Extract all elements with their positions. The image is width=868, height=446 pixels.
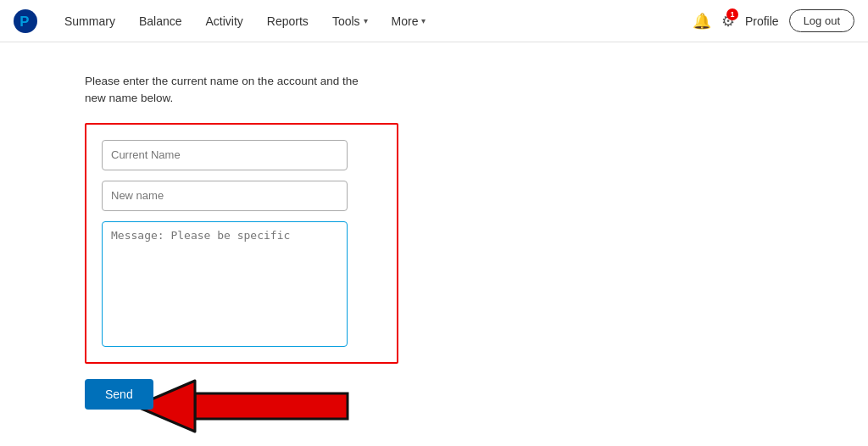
settings-gear-wrapper[interactable]: ⚙ 1	[721, 12, 735, 31]
nav-item-activity[interactable]: Activity	[194, 0, 255, 42]
send-button[interactable]: Send	[85, 379, 153, 410]
form-highlight-box	[85, 123, 398, 364]
settings-badge: 1	[726, 8, 738, 20]
profile-link[interactable]: Profile	[745, 14, 779, 28]
new-name-input[interactable]	[102, 181, 348, 211]
red-arrow-icon	[127, 364, 364, 447]
main-content: Please enter the current name on the acc…	[0, 42, 868, 410]
message-textarea[interactable]	[102, 221, 348, 347]
nav-item-more[interactable]: More ▾	[380, 0, 438, 42]
notification-bell-icon[interactable]: 🔔	[693, 12, 711, 31]
nav-item-tools[interactable]: Tools ▾	[320, 0, 380, 42]
arrow-indicator	[127, 364, 364, 447]
nav-right: 🔔 ⚙ 1 Profile Log out	[693, 9, 854, 32]
paypal-logo-wrapper: P	[14, 9, 37, 33]
nav-item-reports[interactable]: Reports	[255, 0, 320, 42]
nav-item-balance[interactable]: Balance	[127, 0, 194, 42]
svg-text:P: P	[19, 13, 29, 29]
nav-item-summary[interactable]: Summary	[53, 0, 127, 42]
more-chevron-icon: ▾	[421, 16, 426, 25]
current-name-input[interactable]	[102, 140, 348, 170]
tools-chevron-icon: ▾	[364, 16, 368, 25]
svg-rect-2	[195, 393, 348, 419]
navbar: P Summary Balance Activity Reports Tools…	[0, 0, 868, 42]
send-area: Send	[85, 379, 509, 410]
paypal-logo-icon: P	[14, 9, 37, 33]
logout-button[interactable]: Log out	[789, 9, 854, 32]
nav-links: Summary Balance Activity Reports Tools ▾…	[53, 0, 693, 42]
instructions-text: Please enter the current name on the acc…	[85, 73, 868, 108]
